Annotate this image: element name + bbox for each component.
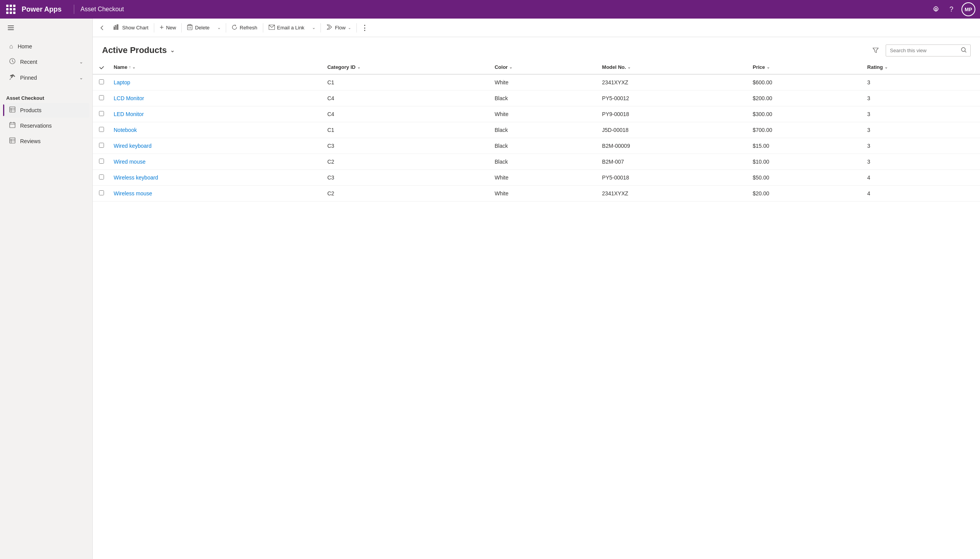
row-name-2[interactable]: LED Monitor: [109, 106, 323, 122]
sidebar-item-pinned[interactable]: Pinned ⌄: [3, 70, 89, 85]
row-color-3: Black: [490, 122, 597, 138]
select-all-header[interactable]: [93, 60, 109, 74]
delete-chevron[interactable]: ⌄: [213, 22, 224, 33]
svg-rect-20: [187, 26, 192, 30]
help-button[interactable]: ?: [944, 2, 958, 16]
user-avatar[interactable]: MP: [961, 2, 975, 16]
email-chevron[interactable]: ⌄: [308, 22, 319, 33]
flow-button[interactable]: Flow ⌄: [322, 22, 355, 34]
row-name-3[interactable]: Notebook: [109, 122, 323, 138]
product-link-5[interactable]: Wired mouse: [114, 159, 145, 165]
sidebar-toggle[interactable]: [3, 20, 19, 36]
row-model-3: J5D-00018: [597, 122, 748, 138]
row-rating-6: 4: [862, 170, 980, 186]
flow-icon: [326, 24, 332, 31]
email-link-label: Email a Link: [277, 25, 305, 31]
row-name-4[interactable]: Wired keyboard: [109, 138, 323, 154]
row-rating-4: 3: [862, 138, 980, 154]
product-link-2[interactable]: LED Monitor: [114, 111, 144, 117]
toolbar-divider-5: [320, 23, 321, 32]
sidebar-item-reviews-label: Reviews: [20, 138, 41, 144]
search-box[interactable]: [886, 44, 971, 56]
product-link-7[interactable]: Wireless mouse: [114, 190, 152, 197]
toolbar: Show Chart + New Delete: [93, 19, 980, 37]
product-link-1[interactable]: LCD Monitor: [114, 95, 144, 101]
refresh-label: Refresh: [240, 25, 257, 31]
toolbar-divider-6: [356, 23, 357, 32]
top-bar-divider: [74, 5, 74, 14]
row-category-4: C3: [323, 138, 490, 154]
refresh-icon: [232, 24, 237, 31]
row-category-1: C4: [323, 91, 490, 106]
email-link-button[interactable]: Email a Link: [265, 22, 308, 33]
product-link-0[interactable]: Laptop: [114, 79, 130, 85]
col-header-color[interactable]: Color ⌄: [490, 60, 597, 74]
delete-button[interactable]: Delete: [183, 22, 213, 34]
view-title[interactable]: Active Products ⌄: [102, 45, 175, 55]
show-chart-button[interactable]: Show Chart: [110, 22, 152, 33]
row-checkbox-0[interactable]: [93, 74, 109, 91]
svg-rect-19: [117, 24, 118, 30]
row-name-1[interactable]: LCD Monitor: [109, 91, 323, 106]
table-row: Wireless keyboard C3 White PY5-00018 $50…: [93, 170, 980, 186]
delete-label: Delete: [195, 25, 210, 31]
filter-button[interactable]: [869, 43, 883, 57]
sidebar-item-products-label: Products: [20, 107, 41, 113]
sidebar-item-reviews[interactable]: Reviews: [3, 134, 89, 149]
col-color-chevron-icon: ⌄: [509, 65, 512, 69]
row-name-6[interactable]: Wireless keyboard: [109, 170, 323, 186]
sidebar-item-home[interactable]: ⌂ Home: [3, 39, 89, 54]
view-header: Active Products ⌄: [93, 37, 980, 60]
table-row: LCD Monitor C4 Black PY5-00012 $200.00 3: [93, 91, 980, 106]
new-icon: +: [160, 24, 164, 32]
col-category-label: Category ID: [327, 64, 356, 70]
row-category-6: C3: [323, 170, 490, 186]
col-rating-chevron-icon: ⌄: [885, 65, 888, 69]
product-link-4[interactable]: Wired keyboard: [114, 143, 152, 149]
product-link-6[interactable]: Wireless keyboard: [114, 174, 158, 181]
back-button[interactable]: [96, 22, 108, 34]
row-price-7: $20.00: [748, 186, 862, 202]
row-checkbox-5[interactable]: [93, 154, 109, 170]
refresh-button[interactable]: Refresh: [228, 22, 261, 34]
row-color-5: Black: [490, 154, 597, 170]
table-row: Laptop C1 White 2341XYXZ $600.00 3: [93, 74, 980, 91]
waffle-menu[interactable]: [5, 3, 17, 15]
svg-rect-2: [8, 29, 14, 30]
col-color-label: Color: [494, 64, 508, 70]
row-checkbox-6[interactable]: [93, 170, 109, 186]
row-rating-2: 3: [862, 106, 980, 122]
more-button[interactable]: ⋮: [358, 22, 371, 34]
row-model-6: PY5-00018: [597, 170, 748, 186]
sidebar-item-reservations[interactable]: Reservations: [3, 118, 89, 133]
new-button[interactable]: + New: [156, 21, 180, 34]
col-header-rating[interactable]: Rating ⌄: [862, 60, 980, 74]
sidebar-item-recent[interactable]: Recent ⌄: [3, 54, 89, 70]
sidebar: ⌂ Home Recent ⌄: [0, 19, 93, 559]
row-name-0[interactable]: Laptop: [109, 74, 323, 91]
row-checkbox-1[interactable]: [93, 91, 109, 106]
col-header-price[interactable]: Price ⌄: [748, 60, 862, 74]
col-header-category[interactable]: Category ID ⌄: [323, 60, 490, 74]
search-input[interactable]: [890, 48, 958, 53]
svg-rect-13: [10, 138, 15, 143]
sort-asc-icon: ↑: [129, 65, 131, 69]
row-name-5[interactable]: Wired mouse: [109, 154, 323, 170]
home-icon: ⌂: [9, 43, 13, 50]
row-name-7[interactable]: Wireless mouse: [109, 186, 323, 202]
col-header-name[interactable]: Name ↑ ⌄: [109, 60, 323, 74]
sidebar-item-products[interactable]: Products: [3, 103, 89, 118]
row-checkbox-4[interactable]: [93, 138, 109, 154]
products-table: Name ↑ ⌄ Category ID ⌄: [93, 60, 980, 202]
sidebar-nav: ⌂ Home Recent ⌄: [0, 37, 92, 87]
col-header-model[interactable]: Model No. ⌄: [597, 60, 748, 74]
settings-button[interactable]: [929, 2, 943, 16]
sidebar-item-pinned-label: Pinned: [20, 75, 37, 81]
row-price-1: $200.00: [748, 91, 862, 106]
row-checkbox-7[interactable]: [93, 186, 109, 202]
row-model-2: PY9-00018: [597, 106, 748, 122]
product-link-3[interactable]: Notebook: [114, 127, 137, 133]
svg-rect-18: [116, 26, 117, 30]
row-checkbox-3[interactable]: [93, 122, 109, 138]
row-checkbox-2[interactable]: [93, 106, 109, 122]
